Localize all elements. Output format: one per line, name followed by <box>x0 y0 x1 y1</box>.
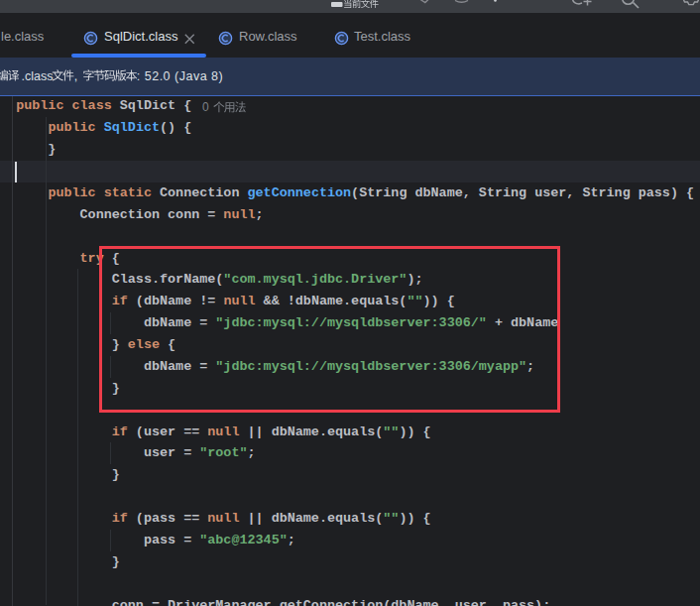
svg-text:0: 0 <box>202 100 209 114</box>
svg-text:: 52.0 (Java 8): : 52.0 (Java 8) <box>137 69 223 83</box>
svg-text:,: , <box>74 69 77 83</box>
svg-text:.class: .class <box>22 69 54 83</box>
